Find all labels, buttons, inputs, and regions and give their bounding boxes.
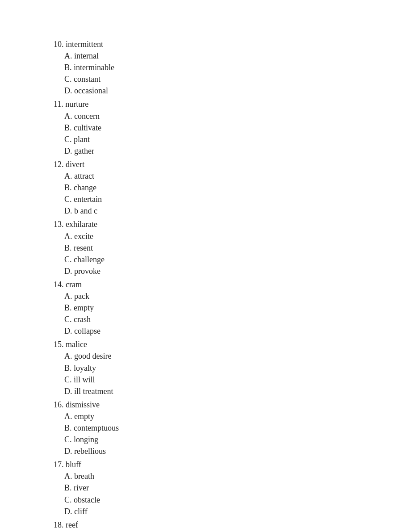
answer-item: D. collapse xyxy=(64,325,357,337)
answer-item: C. challenge xyxy=(64,254,357,265)
question-label: 14. cram xyxy=(54,279,357,290)
answer-item: C. ill will xyxy=(64,374,357,385)
answer-item: A. internal xyxy=(64,50,357,62)
question-item: 12. divertA. attractB. changeC. entertai… xyxy=(54,159,357,217)
answer-item: D. cliff xyxy=(64,506,357,517)
question-item: 11. nurtureA. concernB. cultivateC. plan… xyxy=(54,98,357,156)
question-label: 13. exhilarate xyxy=(54,218,357,230)
answer-item: A. attract xyxy=(64,170,357,182)
answer-item: D. rebellious xyxy=(64,445,357,457)
answer-item: A. concern xyxy=(64,110,357,122)
answer-item: D. ill treatment xyxy=(64,385,357,397)
question-label: 15. malice xyxy=(54,339,357,350)
answer-item: A. empty xyxy=(64,411,357,422)
answer-list: A. packB. emptyC. crashD. collapse xyxy=(64,290,357,337)
answer-item: D. gather xyxy=(64,145,357,157)
answer-list: A. breathB. riverC. obstacleD. cliff xyxy=(64,470,357,517)
answer-item: C. obstacle xyxy=(64,494,357,506)
answer-list: A. attractB. changeC. entertainD. b and … xyxy=(64,170,357,217)
question-item: 16. dismissiveA. emptyB. contemptuousC. … xyxy=(54,399,357,457)
answer-item: C. crash xyxy=(64,314,357,325)
answer-item: D. provoke xyxy=(64,265,357,277)
question-item: 13. exhilarateA. exciteB. resentC. chall… xyxy=(54,218,357,276)
question-item: 17. bluffA. breathB. riverC. obstacleD. … xyxy=(54,459,357,517)
answer-list: A. exciteB. resentC. challengeD. provoke xyxy=(64,230,357,277)
answer-item: B. empty xyxy=(64,302,357,314)
answer-item: B. interminable xyxy=(64,62,357,73)
answer-item: A. good desire xyxy=(64,350,357,362)
answer-item: C. constant xyxy=(64,73,357,85)
answer-item: A. pack xyxy=(64,290,357,302)
answer-item: C. longing xyxy=(64,434,357,445)
question-label: 16. dismissive xyxy=(54,399,357,411)
question-item: 14. cramA. packB. emptyC. crashD. collap… xyxy=(54,279,357,337)
answer-list: A. emptyB. contemptuousC. longingD. rebe… xyxy=(64,411,357,457)
questions-container: 10. intermittentA. internalB. interminab… xyxy=(54,38,357,532)
answer-item: C. plant xyxy=(64,134,357,145)
answer-list: A. internalB. interminableC. constantD. … xyxy=(64,50,357,96)
answer-item: B. cultivate xyxy=(64,122,357,134)
question-item: 18. reefA. foregroundB. ridge of rock xyxy=(54,519,357,532)
answer-item: B. river xyxy=(64,482,357,494)
question-label: 10. intermittent xyxy=(54,38,357,50)
question-label: 11. nurture xyxy=(54,98,357,110)
answer-item: C. entertain xyxy=(64,193,357,205)
question-item: 15. maliceA. good desireB. loyaltyC. ill… xyxy=(54,339,357,397)
answer-item: B. loyalty xyxy=(64,362,357,374)
question-label: 12. divert xyxy=(54,159,357,170)
answer-item: D. occasional xyxy=(64,85,357,96)
answer-item: B. resent xyxy=(64,242,357,254)
question-label: 17. bluff xyxy=(54,459,357,470)
answer-list: A. concernB. cultivateC. plantD. gather xyxy=(64,110,357,157)
answer-item: B. change xyxy=(64,182,357,193)
answer-item: B. contemptuous xyxy=(64,422,357,434)
answer-item: A. excite xyxy=(64,230,357,242)
question-label: 18. reef xyxy=(54,519,357,531)
answer-item: A. breath xyxy=(64,470,357,482)
answer-list: A. good desireB. loyaltyC. ill willD. il… xyxy=(64,350,357,397)
question-item: 10. intermittentA. internalB. interminab… xyxy=(54,38,357,96)
answer-item: D. b and c xyxy=(64,205,357,217)
